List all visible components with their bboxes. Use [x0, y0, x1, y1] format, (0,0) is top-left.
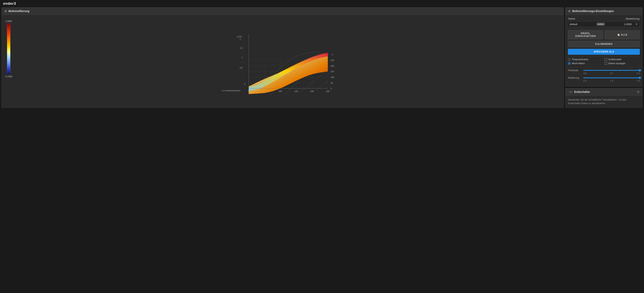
- all-button[interactable]: 🏠 Alle: [605, 30, 640, 39]
- farbskala-labels: min 0.1 0.2: [568, 72, 640, 74]
- profile-entry: default active 1.6500 ✕: [568, 21, 640, 27]
- profile-label: default: [570, 23, 595, 26]
- button-row-3: Speichern als: [568, 49, 640, 55]
- svg-text:250: 250: [326, 90, 330, 92]
- endschalter-header: ⊣⊢ Endschalter ↻: [566, 88, 642, 96]
- svg-text:Y: Y: [332, 53, 333, 56]
- drahtmodell-label: Drahtmodell: [608, 58, 621, 61]
- farbskala-section: Farbskala min 0.1 0.2: [568, 69, 640, 74]
- svg-text:200: 200: [310, 90, 314, 92]
- farbskala-track[interactable]: [583, 70, 640, 71]
- ebene-anzeigen-checkbox[interactable]: [604, 62, 607, 65]
- mesh-matrix-radio[interactable]: [568, 62, 571, 65]
- drahtmodell-option[interactable]: Drahtmodell: [604, 58, 640, 61]
- farbskala-label: Farbskala: [568, 69, 582, 72]
- farbskala-mid-label: 0.1: [610, 72, 613, 74]
- color-scale-min: -0.1500: [5, 75, 12, 78]
- ebene-anzeigen-option[interactable]: Ebene anzeigen: [604, 62, 640, 65]
- svg-text:1: 1: [242, 56, 243, 59]
- skalierung-label: Skalierung: [568, 76, 582, 79]
- farbskala-max-label: 0.2: [637, 72, 640, 74]
- endschalter-title: Endschalter: [574, 90, 590, 93]
- settings-grid-icon: ⊞: [568, 9, 571, 13]
- farbskala-row: Farbskala: [568, 69, 640, 72]
- left-panel-header: ⊞ Bettnivellierung: [2, 7, 564, 15]
- settings-panel: ⊞ Bettnivellierungs-Einstellungen Name A…: [565, 7, 642, 86]
- skalierung-max-label: 2.0: [637, 80, 640, 82]
- chart-area: 2.0000 -0.1500: [2, 15, 564, 102]
- color-scale-bar: [7, 23, 10, 74]
- grid-icon: ⊞: [4, 9, 7, 13]
- endschalter-body: Verwenden Sie die Schaltfläche "Aktualis…: [566, 96, 642, 107]
- save-as-button[interactable]: Speichern als: [568, 49, 640, 55]
- farbskala-min-label: min: [583, 72, 587, 74]
- svg-text:100: 100: [278, 90, 282, 92]
- svg-text:50: 50: [330, 82, 333, 84]
- ebene-anzeigen-label: Ebene anzeigen: [608, 62, 626, 65]
- profile-deviation: 1.6500: [607, 23, 632, 26]
- farbskala-thumb[interactable]: [639, 69, 641, 71]
- endschalter-panel: ⊣⊢ Endschalter ↻ Verwenden Sie die Schal…: [565, 88, 642, 108]
- testpunktmatrix-label: Testpunktmatrix: [572, 58, 588, 61]
- svg-text:250: 250: [330, 59, 334, 61]
- calibrate-button[interactable]: Kalibrieren: [568, 41, 640, 47]
- mesh-chart: 2.075 2 1.5 1 0.5 -0.0749999999999999 Z …: [16, 18, 560, 99]
- col-deviation-header: Abweichung: [626, 17, 640, 20]
- app-title: ender3: [0, 0, 644, 7]
- reset-profile-button[interactable]: Profil zurücksetzen: [568, 30, 603, 39]
- svg-text:150: 150: [330, 70, 334, 73]
- settings-title: Bettnivellierungs-Einstellungen: [572, 9, 614, 13]
- skalierung-thumb[interactable]: [639, 77, 641, 79]
- endschalter-icon: ⊣⊢: [568, 90, 572, 93]
- color-scale: 2.0000 -0.1500: [5, 18, 12, 99]
- svg-text:1.5: 1.5: [240, 47, 243, 49]
- svg-text:50: 50: [263, 90, 266, 92]
- svg-text:2.075: 2.075: [237, 36, 242, 38]
- settings-body: Name Abweichung default active 1.6500 ✕ …: [566, 15, 642, 86]
- settings-header: ⊞ Bettnivellierungs-Einstellungen: [566, 7, 642, 15]
- skalierung-row: Skalierung: [568, 76, 640, 79]
- svg-text:2: 2: [240, 38, 241, 40]
- svg-text:200: 200: [330, 65, 334, 67]
- button-row-2: Kalibrieren: [568, 41, 640, 47]
- svg-text:Z: Z: [244, 83, 246, 85]
- color-scale-max: 2.0000: [5, 20, 12, 22]
- active-badge: active: [596, 22, 605, 26]
- profile-close-button[interactable]: ✕: [635, 22, 638, 26]
- refresh-button[interactable]: ↻: [637, 90, 640, 93]
- svg-text:100: 100: [330, 76, 334, 78]
- skalierung-fill: [583, 77, 640, 78]
- options-grid: Testpunktmatrix Drahtmodell Mesh-Matrix …: [568, 58, 640, 65]
- mesh-svg: 2.075 2 1.5 1 0.5 -0.0749999999999999 Z …: [16, 19, 560, 98]
- skalierung-section: Skalierung 1.0 1.5 2.0: [568, 76, 640, 82]
- svg-text:0: 0: [330, 87, 332, 90]
- drahtmodell-checkbox[interactable]: [604, 58, 607, 61]
- col-headers: Name Abweichung: [568, 17, 640, 20]
- left-panel: ⊞ Bettnivellierung 2.0000 -0.1500: [2, 7, 564, 108]
- skalierung-track[interactable]: [583, 77, 640, 78]
- right-panel: ⊞ Bettnivellierungs-Einstellungen Name A…: [565, 7, 642, 108]
- testpunktmatrix-radio[interactable]: [568, 58, 571, 61]
- left-panel-title: Bettnivellierung: [8, 9, 30, 13]
- svg-text:0.5: 0.5: [240, 67, 243, 69]
- svg-text:0: 0: [248, 90, 249, 92]
- svg-text:150: 150: [294, 90, 298, 92]
- farbskala-fill: [583, 70, 640, 71]
- button-row-1: Profil zurücksetzen 🏠 Alle: [568, 30, 640, 39]
- mesh-matrix-option[interactable]: Mesh-Matrix: [568, 62, 603, 65]
- mesh-matrix-label: Mesh-Matrix: [572, 62, 585, 65]
- home-icon: 🏠: [617, 33, 620, 36]
- svg-text:-0.0749999999999999: -0.0749999999999999: [222, 89, 240, 92]
- testpunktmatrix-option[interactable]: Testpunktmatrix: [568, 58, 603, 61]
- skalierung-min-label: 1.0: [583, 80, 586, 82]
- endschalter-header-left: ⊣⊢ Endschalter: [568, 90, 590, 93]
- skalierung-labels: 1.0 1.5 2.0: [568, 80, 640, 82]
- col-name-header: Name: [568, 17, 575, 20]
- skalierung-mid-label: 1.5: [610, 80, 613, 82]
- endschalter-description: Verwenden Sie die Schaltfläche "Aktualis…: [568, 98, 626, 105]
